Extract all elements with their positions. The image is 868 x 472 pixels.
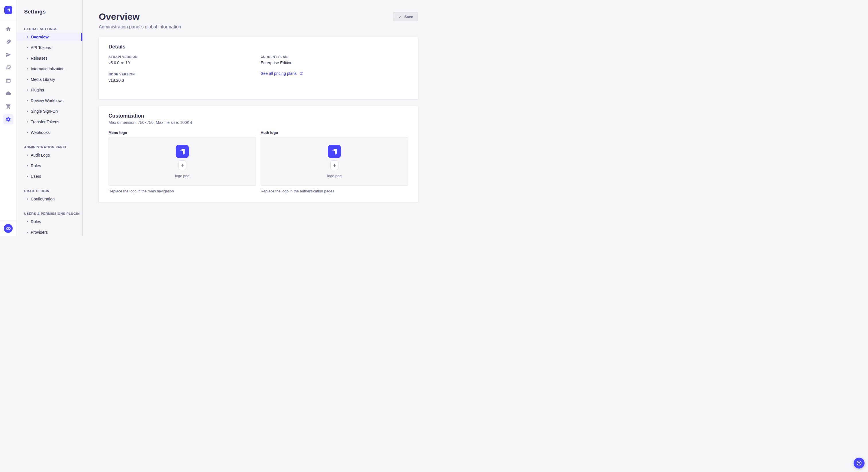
bullet-dot xyxy=(27,198,28,200)
logo-upload-grid: Menu logo logo.png xyxy=(108,131,408,193)
check-icon xyxy=(398,14,402,19)
strapi-logo[interactable] xyxy=(4,6,12,14)
main-content: Overview Administration panel’s global i… xyxy=(83,0,434,236)
subnav-item-webhooks[interactable]: Webhooks xyxy=(17,129,82,136)
page-subtitle: Administration panel’s global informatio… xyxy=(99,24,181,30)
subnav-item-label: Plugins xyxy=(31,88,44,92)
menu-logo-label: Menu logo xyxy=(108,131,256,135)
field-label: STRAPI VERSION xyxy=(108,55,256,59)
auth-logo-hint: Replace the logo in the authentication p… xyxy=(260,189,408,193)
subnav-title: Settings xyxy=(17,9,82,15)
subnav-item-releases[interactable]: Releases xyxy=(17,54,82,62)
bullet-dot xyxy=(27,165,28,166)
subnav-item-label: Users xyxy=(31,174,41,179)
subnav-item-plugins[interactable]: Plugins xyxy=(17,86,82,94)
user-avatar[interactable]: KD xyxy=(4,224,12,233)
cloud-icon xyxy=(5,91,11,96)
content-column: Details STRAPI VERSION v5.0.0-rc.19 NODE… xyxy=(83,37,434,202)
bullet-dot xyxy=(27,90,28,91)
subnav-item-internationalization[interactable]: Internationalization xyxy=(17,65,82,73)
customization-card: Customization Max dimension: 750×750, Ma… xyxy=(99,106,418,202)
subnav-item-overview[interactable]: Overview xyxy=(17,33,82,41)
save-button[interactable]: Save xyxy=(393,12,418,21)
subnav-item-api-tokens[interactable]: API Tokens xyxy=(17,43,82,52)
pricing-plans-link-label: See all pricing plans xyxy=(260,71,297,76)
section-label: GLOBAL SETTINGS xyxy=(17,27,82,31)
menu-logo-column: Menu logo logo.png xyxy=(108,131,256,193)
subnav-item-label: Audit Logs xyxy=(31,153,50,158)
subnav-item-label: Review Workflows xyxy=(31,98,63,103)
rail-item-releases[interactable] xyxy=(3,49,13,60)
pricing-plans-link[interactable]: See all pricing plans xyxy=(260,71,408,76)
auth-logo-label: Auth logo xyxy=(260,131,408,135)
menu-logo-dropzone[interactable]: logo.png xyxy=(108,137,256,186)
subnav-item-label: Internationalization xyxy=(31,67,65,71)
save-button-label: Save xyxy=(404,14,413,19)
subnav-item-email-configuration[interactable]: Configuration xyxy=(17,195,82,203)
subnav-item-review-workflows[interactable]: Review Workflows xyxy=(17,97,82,105)
node-version-field: NODE VERSION v18.20.3 xyxy=(108,72,256,82)
layout-icon xyxy=(5,78,11,83)
subnav-item-admin-roles[interactable]: Roles xyxy=(17,162,82,170)
bullet-dot xyxy=(27,132,28,133)
section-label: ADMINISTRATION PANEL xyxy=(17,145,82,149)
field-value: v18.20.3 xyxy=(108,78,256,82)
menu-logo-hint: Replace the logo in the main navigation xyxy=(108,189,256,193)
subnav-item-label: Webhooks xyxy=(31,130,50,135)
subnav-item-label: Transfer Tokens xyxy=(31,120,59,124)
bullet-dot xyxy=(27,221,28,222)
section-global-settings: GLOBAL SETTINGS Overview API Tokens Rele… xyxy=(17,27,82,139)
bullet-dot xyxy=(27,100,28,101)
customization-card-title: Customization xyxy=(108,113,408,119)
bullet-dot xyxy=(27,58,28,59)
rail-item-settings[interactable] xyxy=(3,114,13,125)
paper-plane-icon xyxy=(5,52,11,58)
details-right-column: CURRENT PLAN Enterprise Edition See all … xyxy=(260,55,408,90)
section-users-permissions-plugin: USERS & PERMISSIONS PLUGIN Roles Provide… xyxy=(17,212,82,236)
subnav-item-transfer-tokens[interactable]: Transfer Tokens xyxy=(17,118,82,126)
auth-logo-dropzone[interactable]: logo.png xyxy=(260,137,408,186)
bullet-dot xyxy=(27,121,28,123)
plus-icon xyxy=(180,163,185,167)
section-label: EMAIL PLUGIN xyxy=(17,189,82,193)
rail-user-area: KD xyxy=(0,221,17,236)
bullet-dot xyxy=(27,47,28,48)
details-grid: STRAPI VERSION v5.0.0-rc.19 NODE VERSION… xyxy=(108,55,408,90)
subnav-item-media-library[interactable]: Media Library xyxy=(17,75,82,83)
current-plan-field: CURRENT PLAN Enterprise Edition xyxy=(260,55,408,65)
external-link-icon xyxy=(299,71,303,75)
subnav-item-audit-logs[interactable]: Audit Logs xyxy=(17,151,82,159)
menu-logo-add-button[interactable] xyxy=(178,160,186,170)
details-left-column: STRAPI VERSION v5.0.0-rc.19 NODE VERSION… xyxy=(108,55,256,90)
bullet-dot xyxy=(27,155,28,156)
rail-item-content-type-builder[interactable] xyxy=(3,75,13,86)
rail-item-home[interactable] xyxy=(3,24,13,34)
subnav-item-single-sign-on[interactable]: Single Sign-On xyxy=(17,107,82,115)
subnav-item-label: Single Sign-On xyxy=(31,109,58,113)
menu-logo-preview xyxy=(176,145,189,158)
rail-item-media-library[interactable] xyxy=(3,63,13,73)
subnav-item-label: Releases xyxy=(31,56,48,61)
field-label: NODE VERSION xyxy=(108,72,256,76)
bullet-dot xyxy=(27,232,28,233)
field-value: Enterprise Edition xyxy=(260,61,408,65)
plus-icon xyxy=(332,163,337,167)
strapi-bolt-icon xyxy=(177,146,187,156)
section-email-plugin: EMAIL PLUGIN Configuration xyxy=(17,189,82,206)
strapi-bolt-icon xyxy=(330,146,339,156)
subnav-item-label: Providers xyxy=(31,230,48,235)
rail-item-content[interactable] xyxy=(3,37,13,47)
auth-logo-add-button[interactable] xyxy=(330,160,338,170)
field-value: v5.0.0-rc.19 xyxy=(108,61,256,65)
media-library-icon xyxy=(5,65,11,71)
strapi-bolt-icon xyxy=(5,7,11,13)
subnav-item-label: API Tokens xyxy=(31,45,51,50)
subnav-item-up-providers[interactable]: Providers xyxy=(17,228,82,236)
strapi-version-field: STRAPI VERSION v5.0.0-rc.19 xyxy=(108,55,256,65)
bullet-dot xyxy=(27,79,28,80)
rail-item-deploy[interactable] xyxy=(3,88,13,99)
subnav-item-up-roles[interactable]: Roles xyxy=(17,217,82,226)
subnav-item-admin-users[interactable]: Users xyxy=(17,172,82,180)
rail-item-marketplace[interactable] xyxy=(3,101,13,111)
page-header: Overview Administration panel’s global i… xyxy=(83,0,434,37)
